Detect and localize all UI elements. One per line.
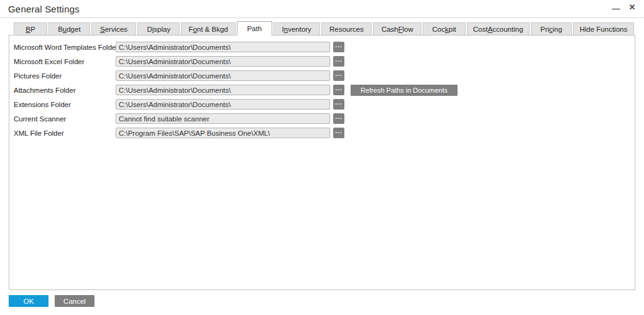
excel-folder-label: Microsoft Excel Folder xyxy=(14,58,116,65)
minimize-icon[interactable]: — xyxy=(612,4,620,14)
tab-cash-flow[interactable]: Cash Flow xyxy=(373,22,421,35)
tab-path[interactable]: Path xyxy=(237,21,272,35)
xml-file-folder-input[interactable] xyxy=(116,128,330,138)
current-scanner-browse-button[interactable]: ... xyxy=(333,113,344,124)
tab-inventory[interactable]: Inventory xyxy=(274,22,320,35)
pictures-folder-label: Pictures Folder xyxy=(14,72,116,80)
tab-pricing[interactable]: Pricing xyxy=(531,22,572,35)
form-row-attachments-folder: Attachments Folder...Refresh Paths in Do… xyxy=(14,85,635,95)
title-bar: General Settings — ✕ xyxy=(0,0,644,17)
xml-file-folder-label: XML File Folder xyxy=(14,129,116,137)
pictures-folder-browse-button[interactable]: ... xyxy=(333,70,344,81)
tab-resources[interactable]: Resources xyxy=(321,22,372,35)
title-separator xyxy=(0,17,644,18)
pictures-folder-input[interactable] xyxy=(116,70,330,81)
tab-cost-accounting[interactable]: Cost Accounting xyxy=(467,22,530,35)
form-row-word-templates-folder: Microsoft Word Templates Folder... xyxy=(14,42,635,52)
excel-folder-browse-button[interactable]: ... xyxy=(333,56,344,67)
tab-services[interactable]: Services xyxy=(91,22,137,35)
xml-file-folder-browse-button[interactable]: ... xyxy=(333,128,344,138)
extensions-folder-input[interactable] xyxy=(116,99,330,110)
tab-hide-functions[interactable]: Hide Functions xyxy=(573,22,634,35)
form-row-current-scanner: Current Scanner... xyxy=(14,113,635,124)
close-icon[interactable]: ✕ xyxy=(628,2,637,12)
extensions-folder-label: Extensions Folder xyxy=(14,101,116,108)
attachments-folder-label: Attachments Folder xyxy=(14,87,116,94)
tab-content-path: Microsoft Word Templates Folder...Micros… xyxy=(9,35,635,290)
footer-buttons: OK Cancel xyxy=(9,295,94,307)
form-row-extensions-folder: Extensions Folder... xyxy=(14,99,635,110)
current-scanner-input[interactable] xyxy=(116,113,330,124)
word-templates-folder-browse-button[interactable]: ... xyxy=(333,42,344,52)
excel-folder-input[interactable] xyxy=(116,56,330,67)
window-title: General Settings xyxy=(8,4,80,14)
current-scanner-label: Current Scanner xyxy=(14,115,116,123)
tab-font-bkgd[interactable]: Font & Bkgd xyxy=(181,22,236,35)
word-templates-folder-label: Microsoft Word Templates Folder xyxy=(14,44,116,51)
extensions-folder-browse-button[interactable]: ... xyxy=(333,99,344,110)
attachments-folder-browse-button[interactable]: ... xyxy=(333,85,344,95)
form-row-pictures-folder: Pictures Folder... xyxy=(14,70,635,81)
general-settings-panel: BPBudgetServicesDisplayFont & BkgdPathIn… xyxy=(9,21,635,290)
form-row-xml-file-folder: XML File Folder... xyxy=(14,128,635,138)
word-templates-folder-input[interactable] xyxy=(116,42,330,52)
tab-display[interactable]: Display xyxy=(137,22,180,35)
tab-bp[interactable]: BP xyxy=(14,22,47,35)
cancel-button[interactable]: Cancel xyxy=(55,295,94,307)
refresh-paths-button[interactable]: Refresh Paths in Documents xyxy=(351,85,458,96)
window-controls: — ✕ xyxy=(612,2,637,12)
form-row-excel-folder: Microsoft Excel Folder... xyxy=(14,56,635,67)
tab-budget[interactable]: Budget xyxy=(48,22,90,35)
tab-strip: BPBudgetServicesDisplayFont & BkgdPathIn… xyxy=(9,21,635,35)
ok-button[interactable]: OK xyxy=(9,295,48,307)
attachments-folder-input[interactable] xyxy=(116,85,330,95)
tab-cockpit[interactable]: Cockpit xyxy=(423,22,465,35)
